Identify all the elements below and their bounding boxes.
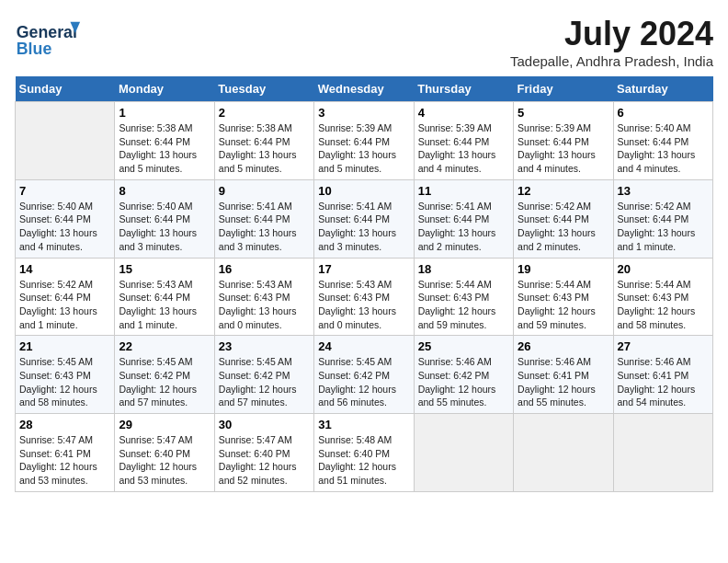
- day-cell: 15Sunrise: 5:43 AMSunset: 6:44 PMDayligh…: [115, 258, 214, 336]
- day-number: 26: [518, 339, 609, 353]
- day-number: 2: [219, 106, 310, 120]
- day-cell: 8Sunrise: 5:40 AMSunset: 6:44 PMDaylight…: [115, 179, 214, 258]
- day-cell: 6Sunrise: 5:40 AMSunset: 6:44 PMDaylight…: [613, 102, 712, 180]
- day-info: Sunrise: 5:38 AMSunset: 6:44 PMDaylight:…: [119, 121, 210, 176]
- day-number: 31: [318, 418, 409, 431]
- day-cell: 17Sunrise: 5:43 AMSunset: 6:43 PMDayligh…: [314, 258, 414, 336]
- day-cell: 16Sunrise: 5:43 AMSunset: 6:43 PMDayligh…: [214, 258, 313, 336]
- day-info: Sunrise: 5:41 AMSunset: 6:44 PMDaylight:…: [418, 200, 509, 254]
- day-info: Sunrise: 5:41 AMSunset: 6:44 PMDaylight:…: [219, 200, 310, 254]
- day-cell: 18Sunrise: 5:44 AMSunset: 6:43 PMDayligh…: [414, 258, 513, 336]
- header: General Blue July 2024 Tadepalle, Andhra…: [15, 15, 713, 69]
- day-cell: 5Sunrise: 5:39 AMSunset: 6:44 PMDaylight…: [514, 102, 613, 180]
- day-cell: 23Sunrise: 5:45 AMSunset: 6:42 PMDayligh…: [214, 336, 313, 414]
- day-number: 14: [19, 262, 110, 276]
- weekday-monday: Monday: [115, 76, 214, 102]
- day-info: Sunrise: 5:42 AMSunset: 6:44 PMDaylight:…: [618, 200, 709, 254]
- day-cell: 2Sunrise: 5:38 AMSunset: 6:44 PMDaylight…: [214, 102, 313, 180]
- day-info: Sunrise: 5:43 AMSunset: 6:43 PMDaylight:…: [318, 278, 409, 332]
- day-info: Sunrise: 5:46 AMSunset: 6:41 PMDaylight:…: [618, 355, 709, 409]
- day-cell: 11Sunrise: 5:41 AMSunset: 6:44 PMDayligh…: [414, 179, 513, 258]
- title-area: July 2024 Tadepalle, Andhra Pradesh, Ind…: [510, 15, 713, 69]
- day-cell: 30Sunrise: 5:47 AMSunset: 6:40 PMDayligh…: [214, 414, 313, 492]
- week-row-3: 14Sunrise: 5:42 AMSunset: 6:44 PMDayligh…: [16, 258, 713, 336]
- day-info: Sunrise: 5:38 AMSunset: 6:44 PMDaylight:…: [219, 121, 310, 176]
- day-number: 8: [119, 184, 210, 198]
- logo-image: General Blue: [15, 15, 88, 61]
- day-number: 17: [318, 262, 409, 276]
- day-info: Sunrise: 5:40 AMSunset: 6:44 PMDaylight:…: [19, 200, 110, 254]
- day-number: 5: [518, 106, 609, 120]
- weekday-saturday: Saturday: [613, 76, 712, 102]
- day-cell: [16, 102, 115, 180]
- day-cell: 29Sunrise: 5:47 AMSunset: 6:40 PMDayligh…: [115, 414, 214, 492]
- day-cell: [613, 414, 712, 492]
- day-info: Sunrise: 5:48 AMSunset: 6:40 PMDaylight:…: [318, 433, 409, 488]
- day-cell: 31Sunrise: 5:48 AMSunset: 6:40 PMDayligh…: [314, 414, 414, 492]
- day-number: 23: [219, 339, 310, 353]
- day-cell: 27Sunrise: 5:46 AMSunset: 6:41 PMDayligh…: [613, 336, 712, 414]
- day-info: Sunrise: 5:44 AMSunset: 6:43 PMDaylight:…: [618, 278, 709, 332]
- month-year: July 2024: [510, 15, 713, 53]
- calendar-table: SundayMondayTuesdayWednesdayThursdayFrid…: [15, 76, 713, 492]
- week-row-4: 21Sunrise: 5:45 AMSunset: 6:43 PMDayligh…: [16, 336, 713, 414]
- day-cell: 9Sunrise: 5:41 AMSunset: 6:44 PMDaylight…: [214, 179, 313, 258]
- day-cell: 1Sunrise: 5:38 AMSunset: 6:44 PMDaylight…: [115, 102, 214, 180]
- day-info: Sunrise: 5:45 AMSunset: 6:42 PMDaylight:…: [219, 355, 310, 409]
- day-cell: 26Sunrise: 5:46 AMSunset: 6:41 PMDayligh…: [514, 336, 613, 414]
- day-number: 1: [119, 106, 210, 120]
- day-number: 9: [219, 184, 310, 198]
- day-info: Sunrise: 5:46 AMSunset: 6:41 PMDaylight:…: [518, 355, 609, 409]
- day-number: 19: [518, 262, 609, 276]
- day-cell: [514, 414, 613, 492]
- day-number: 3: [318, 106, 409, 120]
- day-info: Sunrise: 5:41 AMSunset: 6:44 PMDaylight:…: [318, 200, 409, 254]
- day-info: Sunrise: 5:39 AMSunset: 6:44 PMDaylight:…: [518, 121, 609, 176]
- weekday-wednesday: Wednesday: [314, 76, 414, 102]
- day-info: Sunrise: 5:39 AMSunset: 6:44 PMDaylight:…: [418, 121, 509, 176]
- day-number: 16: [219, 262, 310, 276]
- day-info: Sunrise: 5:45 AMSunset: 6:43 PMDaylight:…: [19, 355, 110, 409]
- day-number: 4: [418, 106, 509, 120]
- day-number: 24: [318, 339, 409, 353]
- weekday-friday: Friday: [514, 76, 613, 102]
- day-cell: 13Sunrise: 5:42 AMSunset: 6:44 PMDayligh…: [613, 179, 712, 258]
- day-cell: 20Sunrise: 5:44 AMSunset: 6:43 PMDayligh…: [613, 258, 712, 336]
- day-cell: 25Sunrise: 5:46 AMSunset: 6:42 PMDayligh…: [414, 336, 513, 414]
- day-number: 28: [19, 418, 110, 431]
- location: Tadepalle, Andhra Pradesh, India: [510, 53, 713, 69]
- weekday-tuesday: Tuesday: [214, 76, 313, 102]
- day-number: 13: [618, 184, 709, 198]
- weekday-thursday: Thursday: [414, 76, 513, 102]
- weekday-sunday: Sunday: [16, 76, 115, 102]
- day-number: 30: [219, 418, 310, 431]
- day-info: Sunrise: 5:47 AMSunset: 6:41 PMDaylight:…: [19, 433, 110, 488]
- day-cell: 12Sunrise: 5:42 AMSunset: 6:44 PMDayligh…: [514, 179, 613, 258]
- day-info: Sunrise: 5:40 AMSunset: 6:44 PMDaylight:…: [119, 200, 210, 254]
- day-number: 6: [618, 106, 709, 120]
- day-cell: 21Sunrise: 5:45 AMSunset: 6:43 PMDayligh…: [16, 336, 115, 414]
- day-info: Sunrise: 5:44 AMSunset: 6:43 PMDaylight:…: [518, 278, 609, 332]
- calendar-body: 1Sunrise: 5:38 AMSunset: 6:44 PMDaylight…: [16, 102, 713, 492]
- day-number: 27: [618, 339, 709, 353]
- day-cell: 22Sunrise: 5:45 AMSunset: 6:42 PMDayligh…: [115, 336, 214, 414]
- day-info: Sunrise: 5:39 AMSunset: 6:44 PMDaylight:…: [318, 121, 409, 176]
- day-cell: 4Sunrise: 5:39 AMSunset: 6:44 PMDaylight…: [414, 102, 513, 180]
- day-number: 7: [19, 184, 110, 198]
- day-number: 18: [418, 262, 509, 276]
- week-row-5: 28Sunrise: 5:47 AMSunset: 6:41 PMDayligh…: [16, 414, 713, 492]
- weekday-header-row: SundayMondayTuesdayWednesdayThursdayFrid…: [16, 76, 713, 102]
- day-info: Sunrise: 5:43 AMSunset: 6:43 PMDaylight:…: [219, 278, 310, 332]
- day-number: 11: [418, 184, 509, 198]
- day-info: Sunrise: 5:42 AMSunset: 6:44 PMDaylight:…: [518, 200, 609, 254]
- day-cell: 19Sunrise: 5:44 AMSunset: 6:43 PMDayligh…: [514, 258, 613, 336]
- day-cell: 7Sunrise: 5:40 AMSunset: 6:44 PMDaylight…: [16, 179, 115, 258]
- day-cell: 3Sunrise: 5:39 AMSunset: 6:44 PMDaylight…: [314, 102, 414, 180]
- day-cell: [414, 414, 513, 492]
- day-info: Sunrise: 5:44 AMSunset: 6:43 PMDaylight:…: [418, 278, 509, 332]
- day-number: 10: [318, 184, 409, 198]
- day-info: Sunrise: 5:42 AMSunset: 6:44 PMDaylight:…: [19, 278, 110, 332]
- day-info: Sunrise: 5:45 AMSunset: 6:42 PMDaylight:…: [119, 355, 210, 409]
- day-info: Sunrise: 5:47 AMSunset: 6:40 PMDaylight:…: [219, 433, 310, 488]
- day-info: Sunrise: 5:43 AMSunset: 6:44 PMDaylight:…: [119, 278, 210, 332]
